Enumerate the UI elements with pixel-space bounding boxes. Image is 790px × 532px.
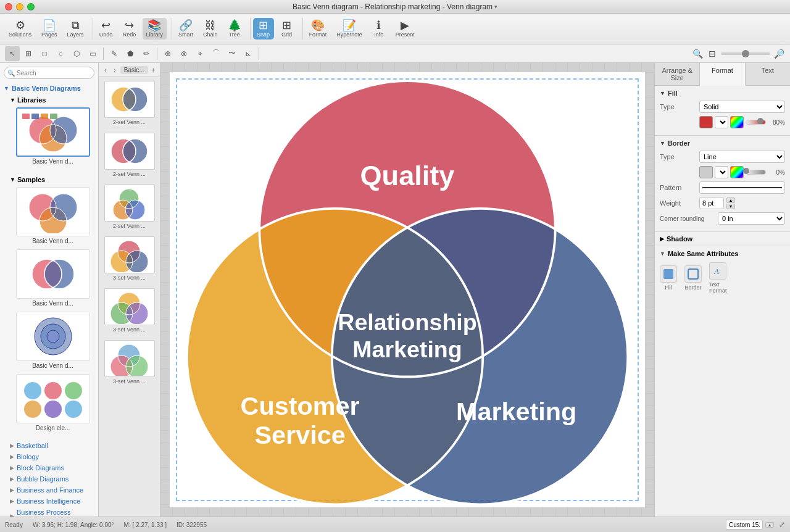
tab-format[interactable]: Format bbox=[700, 63, 745, 86]
minimize-button[interactable] bbox=[16, 3, 23, 10]
weight-up-button[interactable]: ▴ bbox=[726, 197, 735, 203]
fill-color-swatch[interactable] bbox=[699, 116, 713, 128]
expand-button[interactable]: ⤢ bbox=[779, 520, 785, 529]
middle-panel: ‹ › Basic... + 2-set Venn ... bbox=[99, 63, 160, 517]
close-button[interactable] bbox=[5, 3, 12, 10]
redo-button[interactable]: ↪ Redo bbox=[119, 18, 140, 39]
middle-thumb-5[interactable]: 3-set Venn ... bbox=[99, 336, 160, 388]
present-button[interactable]: ▶ Present bbox=[392, 18, 418, 39]
venn-diagram[interactable]: Quality Customer Service Marketing Relat… bbox=[170, 72, 645, 507]
make-same-text[interactable]: A Text Format bbox=[709, 262, 727, 294]
rect-tool[interactable]: □ bbox=[37, 46, 52, 61]
zoom-in-button[interactable]: 🔎 bbox=[773, 48, 785, 60]
fill-opacity-slider[interactable] bbox=[746, 120, 766, 125]
fill-color-dropdown[interactable]: ▾ bbox=[715, 116, 728, 128]
line-tool[interactable]: ⬡ bbox=[69, 46, 84, 61]
nav-arrow: ▶ bbox=[10, 443, 14, 449]
chain-button[interactable]: ⛓ Chain bbox=[199, 18, 222, 39]
border-color-picker[interactable] bbox=[730, 166, 744, 178]
sample-thumb-1[interactable]: Basic Venn d... bbox=[12, 187, 93, 244]
nav-block-diagrams[interactable]: ▶ Block Diagrams bbox=[0, 462, 98, 473]
samples-header[interactable]: ▼ Samples bbox=[7, 175, 98, 185]
nav-back-button[interactable]: ‹ bbox=[101, 65, 109, 75]
make-same-fill-icon bbox=[660, 265, 677, 283]
middle-thumb-1[interactable]: 2-set Venn ... bbox=[99, 129, 160, 181]
library-thumb-basic-venn[interactable]: Basic Venn d... bbox=[12, 107, 93, 165]
border-type-select[interactable]: Line None Dashed bbox=[699, 151, 785, 163]
libraries-header[interactable]: ▼ Libraries bbox=[7, 95, 98, 105]
undo-button[interactable]: ↩ Undo bbox=[96, 18, 117, 39]
fill-type-select[interactable]: Solid Gradient Image None bbox=[699, 101, 785, 113]
canvas-area[interactable]: Quality Customer Service Marketing Relat… bbox=[160, 63, 654, 517]
border-pattern-display[interactable] bbox=[699, 181, 785, 194]
title-dropdown-arrow[interactable]: ▾ bbox=[494, 4, 497, 10]
nav-arrow: ▶ bbox=[10, 476, 14, 482]
oval-tool[interactable]: ○ bbox=[53, 46, 68, 61]
border-opacity-slider[interactable] bbox=[746, 170, 766, 175]
hypernote-button[interactable]: 📝 Hypernote bbox=[333, 18, 366, 39]
sample-thumb-3[interactable]: Basic Venn d... bbox=[12, 312, 93, 369]
border-section-header[interactable]: ▼ Border bbox=[660, 139, 785, 147]
zoom-slider[interactable] bbox=[721, 52, 770, 55]
nav-forward-button[interactable]: › bbox=[110, 65, 118, 75]
zoom-up-btn[interactable]: ▴ bbox=[765, 522, 774, 528]
middle-thumb-2[interactable]: 2-set Venn ... bbox=[99, 181, 160, 233]
bezier-tool[interactable]: ⌖ bbox=[193, 46, 207, 61]
pen-tool[interactable]: ✎ bbox=[107, 46, 122, 61]
nav-basketball[interactable]: ▶ Basketball bbox=[0, 440, 98, 451]
border-type-row: Type Line None Dashed bbox=[660, 151, 785, 163]
middle-thumb-4[interactable]: 3-set Venn ... bbox=[99, 285, 160, 336]
solutions-button[interactable]: ⚙ Solutions bbox=[5, 18, 35, 39]
zoom-fit-button[interactable]: ⊟ bbox=[706, 48, 718, 60]
pages-button[interactable]: 📄 Pages bbox=[38, 18, 61, 39]
fill-color-picker[interactable] bbox=[730, 116, 744, 128]
middle-thumb-3[interactable]: 3-set Venn ... bbox=[99, 233, 160, 285]
nav-business-finance[interactable]: ▶ Business and Finance bbox=[0, 484, 98, 496]
info-button[interactable]: ℹ Info bbox=[368, 18, 389, 39]
svg-point-28 bbox=[65, 382, 82, 399]
tab-text[interactable]: Text bbox=[746, 63, 790, 85]
zoom-out-button[interactable]: 🔍 bbox=[691, 48, 704, 60]
weight-down-button[interactable]: ▾ bbox=[726, 204, 735, 209]
smart-button[interactable]: 🔗 Smart bbox=[175, 18, 197, 39]
smart-connect-tool[interactable]: ⊗ bbox=[177, 46, 191, 61]
canvas-content[interactable]: Quality Customer Service Marketing Relat… bbox=[170, 72, 645, 507]
poly-tool[interactable]: ▭ bbox=[85, 46, 100, 61]
add-page-button[interactable]: + bbox=[149, 65, 157, 75]
shadow-header[interactable]: ▶ Shadow bbox=[660, 235, 785, 243]
make-same-border[interactable]: Border bbox=[684, 265, 702, 291]
grid-button[interactable]: ⊞ Grid bbox=[276, 18, 297, 39]
dimension-tool[interactable]: ⊾ bbox=[241, 46, 256, 61]
sample-thumb-2[interactable]: Basic Venn d... bbox=[12, 249, 93, 307]
maximize-button[interactable] bbox=[27, 3, 35, 10]
connect-tool[interactable]: ⊕ bbox=[160, 46, 175, 61]
search-input[interactable] bbox=[4, 67, 94, 79]
nav-biology[interactable]: ▶ Biology bbox=[0, 451, 98, 462]
fill-section-header[interactable]: ▼ Fill bbox=[660, 89, 785, 97]
main-layout: 🔍 ▼ Basic Venn Diagrams ▼ Libraries bbox=[0, 63, 790, 517]
make-same-fill[interactable]: Fill bbox=[660, 265, 677, 291]
tab-arrange-size[interactable]: Arrange & Size bbox=[655, 63, 700, 85]
layers-button[interactable]: ⧉ Layers bbox=[64, 18, 88, 39]
border-color-swatch[interactable] bbox=[699, 166, 713, 178]
select-tool[interactable]: ↖ bbox=[5, 46, 20, 61]
corner-rounding-select[interactable]: 0 in 0.1 in 0.25 in bbox=[718, 212, 785, 225]
zoom-input[interactable]: Custom 151% bbox=[726, 520, 763, 530]
nav-business-intelligence[interactable]: ▶ Business Intelligence bbox=[0, 496, 98, 507]
freehand-tool[interactable]: 〜 bbox=[225, 46, 239, 61]
nav-bubble-diagrams[interactable]: ▶ Bubble Diagrams bbox=[0, 473, 98, 484]
format-button[interactable]: 🎨 Format bbox=[306, 18, 331, 39]
snap-button[interactable]: ⊞ Snap bbox=[253, 18, 274, 39]
table-tool[interactable]: ⊞ bbox=[21, 46, 36, 61]
library-button[interactable]: 📚 Library bbox=[143, 18, 167, 39]
arc-tool[interactable]: ⌒ bbox=[209, 46, 223, 61]
border-color-dropdown[interactable]: ▾ bbox=[715, 166, 728, 178]
sample-thumb-4[interactable]: Design ele... bbox=[12, 374, 93, 431]
paint-tool[interactable]: ⬟ bbox=[123, 46, 138, 61]
tree-button[interactable]: 🌲 Tree bbox=[224, 18, 245, 39]
pencil-tool[interactable]: ✏ bbox=[139, 46, 154, 61]
section-basic-venn[interactable]: ▼ Basic Venn Diagrams bbox=[0, 83, 98, 94]
nav-business-process-diagrams[interactable]: ▶ Business Process Diagrams bbox=[0, 507, 98, 517]
border-weight-input[interactable]: 8 pt bbox=[699, 197, 724, 209]
middle-thumb-0[interactable]: 2-set Venn ... bbox=[99, 77, 160, 129]
